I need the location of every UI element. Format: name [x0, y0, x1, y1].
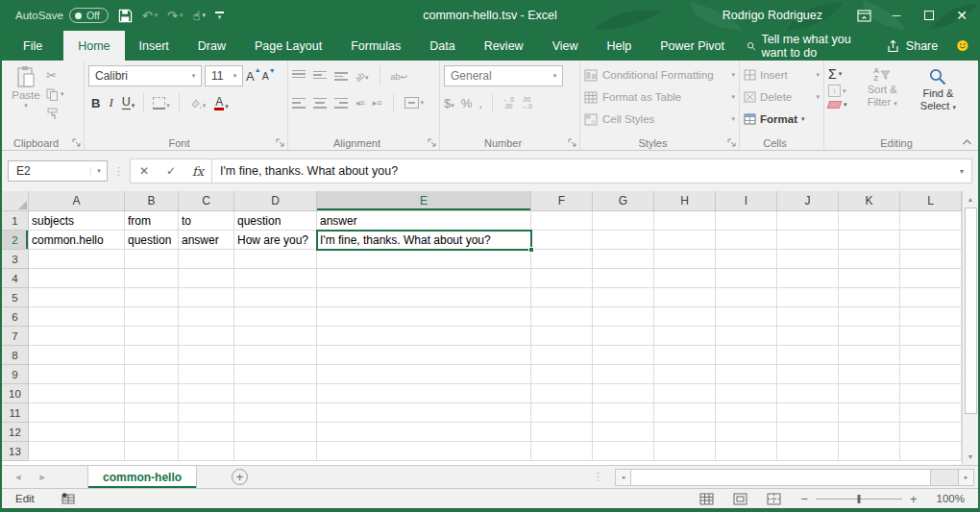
cell-K5[interactable]: [839, 288, 900, 307]
cell-J1[interactable]: [777, 211, 839, 231]
alignment-dialog-launcher-icon[interactable]: [428, 138, 436, 147]
cell-G3[interactable]: [593, 250, 654, 269]
clear-dropdown-icon[interactable]: ▾: [844, 101, 847, 109]
collapse-ribbon-icon[interactable]: [962, 138, 972, 146]
sheet-tab-common-hello[interactable]: common-hello: [87, 466, 197, 488]
cell-J11[interactable]: [777, 403, 839, 423]
cell-F10[interactable]: [531, 384, 593, 403]
horizontal-scrollbar[interactable]: ◂ ▸: [615, 469, 974, 486]
cell-H7[interactable]: [654, 327, 716, 346]
cell-G5[interactable]: [593, 288, 654, 307]
cell-E1[interactable]: answer: [317, 211, 531, 231]
cell-J10[interactable]: [777, 384, 839, 403]
cell-A13[interactable]: [29, 442, 125, 461]
cell-L11[interactable]: [900, 403, 962, 423]
tab-formulas[interactable]: Formulas: [336, 31, 415, 61]
feedback-smiley-icon[interactable]: [957, 37, 968, 54]
macro-record-icon[interactable]: [61, 493, 75, 504]
row-header-1[interactable]: 1: [2, 211, 29, 231]
cell-L2[interactable]: [900, 231, 962, 250]
scroll-right-icon[interactable]: ▸: [958, 469, 974, 486]
cell-F3[interactable]: [531, 250, 593, 269]
cell-B7[interactable]: [125, 327, 179, 346]
cell-E4[interactable]: [317, 269, 531, 288]
cell-G8[interactable]: [593, 346, 654, 365]
scroll-left-icon[interactable]: ◂: [615, 469, 631, 486]
cell-B6[interactable]: [125, 307, 179, 327]
cell-D12[interactable]: [234, 423, 317, 442]
enter-entry-button[interactable]: ✓: [158, 164, 184, 178]
cell-D9[interactable]: [234, 365, 317, 384]
cell-H13[interactable]: [654, 442, 716, 461]
find-select-button[interactable]: Find &Select ▾: [912, 65, 965, 134]
insert-function-button[interactable]: fx: [184, 164, 211, 179]
cell-A7[interactable]: [29, 327, 125, 346]
cell-A1[interactable]: subjects: [29, 211, 125, 231]
format-cells-button[interactable]: Format▾: [744, 110, 820, 129]
zoom-slider-thumb[interactable]: [857, 495, 860, 503]
zoom-slider[interactable]: [816, 499, 902, 500]
increase-font-size-button[interactable]: A▲: [246, 69, 259, 84]
row-header-5[interactable]: 5: [2, 288, 29, 307]
cell-I12[interactable]: [716, 423, 777, 442]
column-header-L[interactable]: L: [900, 191, 962, 211]
decrease-font-size-button[interactable]: A▼: [262, 70, 274, 82]
cell-F13[interactable]: [531, 442, 593, 461]
cell-G1[interactable]: [593, 211, 654, 231]
cell-F8[interactable]: [531, 346, 593, 365]
cell-F5[interactable]: [531, 288, 593, 307]
select-all-corner[interactable]: [2, 191, 29, 211]
cell-D7[interactable]: [234, 327, 317, 346]
cell-G10[interactable]: [593, 384, 654, 403]
cell-L3[interactable]: [900, 250, 962, 269]
cell-A11[interactable]: [29, 403, 125, 423]
cell-L5[interactable]: [900, 288, 962, 307]
autosum-button[interactable]: Σ▾: [828, 67, 853, 81]
cell-E10[interactable]: [317, 384, 531, 403]
font-dialog-launcher-icon[interactable]: [276, 138, 284, 147]
cell-L6[interactable]: [900, 307, 962, 327]
cell-H6[interactable]: [654, 307, 716, 327]
cell-C2[interactable]: answer: [179, 231, 234, 250]
clear-button[interactable]: ▾: [828, 101, 853, 109]
cell-A10[interactable]: [29, 384, 125, 403]
cell-L12[interactable]: [900, 423, 962, 442]
cell-H5[interactable]: [654, 288, 716, 307]
cell-C4[interactable]: [179, 269, 234, 288]
cell-F4[interactable]: [531, 269, 593, 288]
cell-B12[interactable]: [125, 423, 179, 442]
cell-B2[interactable]: question: [125, 231, 179, 250]
cell-E9[interactable]: [317, 365, 531, 384]
cell-L7[interactable]: [900, 327, 962, 346]
number-dialog-launcher-icon[interactable]: [568, 138, 576, 147]
cell-C11[interactable]: [179, 403, 234, 423]
cell-E12[interactable]: [317, 423, 531, 442]
cell-E3[interactable]: [317, 250, 531, 269]
cell-J6[interactable]: [777, 307, 839, 327]
cell-J4[interactable]: [777, 269, 839, 288]
tab-power-pivot[interactable]: Power Pivot: [646, 31, 739, 61]
cell-H8[interactable]: [654, 346, 716, 365]
cell-D5[interactable]: [234, 288, 317, 307]
cell-I2[interactable]: [716, 231, 777, 250]
clipboard-dialog-launcher-icon[interactable]: [72, 138, 81, 147]
cell-K2[interactable]: [839, 231, 900, 250]
maximize-button[interactable]: [913, 0, 945, 31]
cell-C13[interactable]: [179, 442, 234, 461]
expand-formula-bar-icon[interactable]: ▾: [952, 167, 971, 176]
close-button[interactable]: ✕: [945, 0, 978, 31]
underline-button[interactable]: U▾: [119, 95, 138, 110]
autosum-dropdown-icon[interactable]: ▾: [839, 70, 843, 78]
cell-B8[interactable]: [125, 346, 179, 365]
cell-F6[interactable]: [531, 307, 593, 327]
ribbon-display-options-button[interactable]: [847, 0, 880, 31]
cell-G11[interactable]: [593, 403, 654, 423]
cell-J8[interactable]: [777, 346, 839, 365]
cell-F7[interactable]: [531, 327, 593, 346]
cell-K7[interactable]: [839, 327, 900, 346]
minimize-button[interactable]: ─: [880, 0, 913, 31]
tab-data[interactable]: Data: [415, 31, 469, 61]
cell-I5[interactable]: [716, 288, 777, 307]
share-button[interactable]: Share: [878, 39, 945, 53]
cell-K3[interactable]: [839, 250, 900, 269]
